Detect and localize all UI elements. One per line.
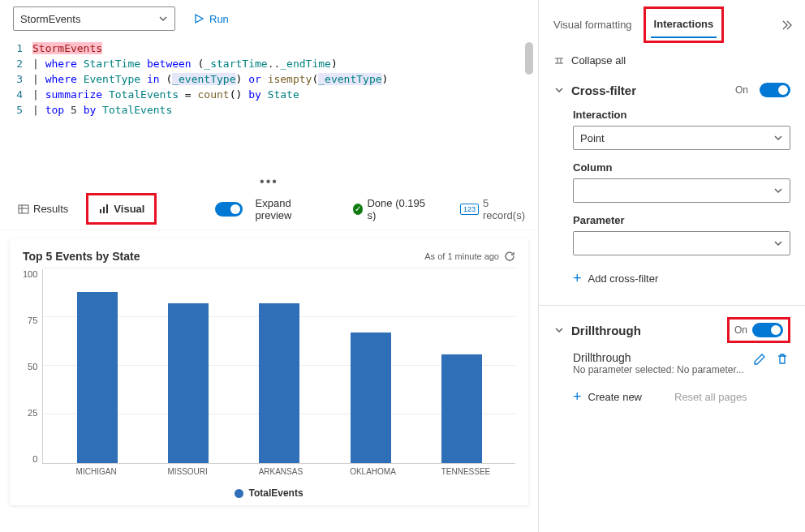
pencil-icon [753, 353, 766, 366]
splitter-handle[interactable]: ••• [0, 175, 538, 188]
table-icon [18, 204, 29, 215]
side-more-button[interactable] [781, 19, 794, 32]
chevron-down-icon[interactable] [553, 84, 565, 96]
svg-rect-3 [100, 209, 101, 213]
side-panel: Visual formatting Interactions Collapse … [539, 0, 805, 532]
parameter-label: Parameter [573, 214, 790, 226]
run-button[interactable]: Run [185, 10, 237, 28]
results-bar: Results Visual Expand preview ✓ Done (0.… [0, 188, 538, 230]
chevron-down-icon [773, 186, 783, 195]
interaction-select[interactable]: Point [573, 126, 790, 150]
chart-asof: As of 1 minute ago [424, 251, 515, 262]
svg-rect-5 [106, 204, 108, 213]
chart-title: Top 5 Events by State [23, 250, 140, 263]
collapse-all-icon [553, 55, 565, 66]
bar[interactable] [259, 303, 299, 463]
x-tick-label: TENNESSEE [441, 467, 482, 476]
plus-icon: + [573, 270, 582, 287]
x-tick-label: MISSOURI [167, 467, 208, 476]
x-tick-label: ARKANSAS [259, 467, 299, 476]
bar-group [43, 269, 515, 463]
trash-icon [776, 353, 789, 366]
query-toolbar: StormEvents Run [0, 0, 538, 37]
editor-scrollbar[interactable] [525, 42, 533, 75]
drillthrough-item[interactable]: Drillthrough No parameter selected: No p… [573, 343, 790, 384]
run-label: Run [209, 13, 229, 25]
collapse-all-button[interactable]: Collapse all [539, 43, 805, 78]
play-icon [193, 13, 204, 24]
tab-interactions[interactable]: Interactions [651, 11, 717, 38]
section-drillthrough: Drillthrough On Drillthrough No paramete… [539, 312, 805, 417]
parameter-select[interactable] [573, 231, 790, 255]
bar[interactable] [77, 292, 118, 463]
chevron-double-right-icon [781, 19, 794, 32]
database-name: StormEvents [20, 13, 80, 25]
highlight-interactions-tab: Interactions [644, 6, 725, 43]
expand-preview-label: Expand preview [256, 197, 321, 221]
line-gutter: 1 2 3 4 5 [0, 41, 32, 169]
check-icon: ✓ [353, 204, 363, 215]
chart-legend: TotalEvents [23, 487, 515, 499]
reset-all-pages: Reset all pages [674, 391, 747, 403]
query-editor[interactable]: 1 2 3 4 5 StormEvents | where StartTime … [0, 37, 538, 175]
tab-visual[interactable]: Visual [93, 198, 149, 220]
crossfilter-toggle[interactable] [760, 83, 790, 97]
drillthrough-item-sub: No parameter selected: No parameter... [573, 364, 745, 375]
column-select[interactable] [573, 178, 790, 203]
x-axis-labels: MICHIGANMISSOURIARKANSASOKLAHOMATENNESSE… [42, 464, 515, 476]
chevron-down-icon [158, 14, 168, 24]
chart-icon [98, 204, 110, 215]
chart-card: Top 5 Events by State As of 1 minute ago… [10, 238, 528, 505]
drillthrough-toggle[interactable] [752, 323, 783, 337]
x-tick-label: OKLAHOMA [350, 467, 390, 476]
bar[interactable] [351, 332, 391, 463]
tab-results[interactable]: Results [13, 198, 73, 220]
tab-visual-formatting[interactable]: Visual formatting [550, 12, 635, 37]
chevron-down-icon[interactable] [553, 324, 565, 336]
svg-rect-4 [103, 207, 105, 213]
column-label: Column [573, 161, 790, 174]
bar[interactable] [441, 354, 482, 463]
side-tab-row: Visual formatting Interactions [539, 0, 805, 43]
chevron-down-icon [773, 133, 783, 143]
drillthrough-item-name: Drillthrough [573, 351, 745, 364]
records-icon: 123 [460, 204, 479, 215]
svg-rect-0 [19, 205, 28, 213]
create-new-button[interactable]: + Create new [573, 388, 642, 405]
plot-area [42, 269, 515, 464]
refresh-icon[interactable] [504, 251, 515, 262]
main-panel: StormEvents Run 1 2 3 4 5 StormEvents | … [0, 0, 539, 532]
code-area[interactable]: StormEvents | where StartTime between (_… [32, 41, 538, 169]
y-axis: 1007550250 [23, 269, 42, 464]
highlight-drillthrough-toggle: On [727, 317, 790, 343]
add-crossfilter-button[interactable]: + Add cross-filter [573, 270, 790, 287]
status-done: ✓ Done (0.195 s) [353, 197, 428, 221]
section-crossfilter: Cross-filter On Interaction Point Column… [539, 78, 805, 298]
section-divider [539, 305, 805, 306]
interaction-label: Interaction [573, 109, 790, 121]
edit-button[interactable] [751, 351, 768, 367]
drillthrough-title: Drillthrough [571, 324, 721, 337]
crossfilter-title: Cross-filter [571, 84, 729, 97]
highlight-visual-tab: Visual [86, 193, 157, 225]
legend-dot-icon [235, 489, 243, 498]
record-count: 123 5 record(s) [460, 197, 525, 221]
bar[interactable] [168, 303, 209, 463]
delete-button[interactable] [774, 351, 790, 367]
database-selector[interactable]: StormEvents [13, 6, 175, 31]
chevron-down-icon [773, 238, 783, 248]
plus-icon: + [573, 388, 582, 405]
x-tick-label: MICHIGAN [76, 467, 117, 476]
expand-preview-toggle[interactable] [215, 202, 242, 217]
